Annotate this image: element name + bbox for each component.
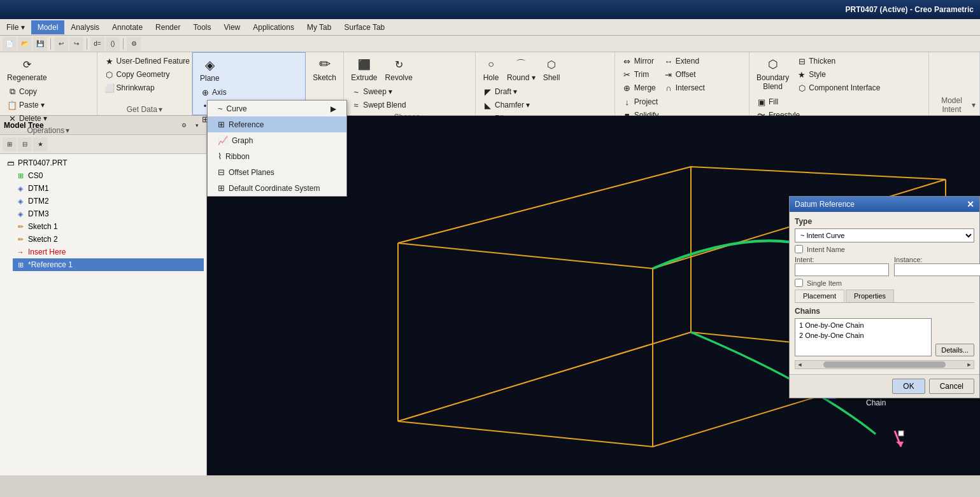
draft-btn[interactable]: ◤ Draft ▾ [479, 85, 533, 98]
tree-sketch1[interactable]: ✏ Sketch 1 [13, 220, 204, 233]
extrude-btn[interactable]: ⬛ Extrude [348, 55, 380, 84]
save-btn[interactable]: 💾 [33, 37, 47, 51]
ribbon-group-editing: ⇔ Mirror ✂ Trim ⊕ Merge ↔ Extend [615, 52, 749, 115]
sketch-icon: ✏ [317, 57, 332, 72]
open-btn[interactable]: 📂 [18, 37, 32, 51]
swept-blend-btn[interactable]: ≈ Swept Blend [348, 99, 409, 111]
undo-btn[interactable]: ↩ [54, 37, 68, 51]
dropdown-graph[interactable]: 📈 Graph [208, 132, 346, 148]
project-btn[interactable]: ↓ Project [619, 95, 662, 108]
menu-surfacetab[interactable]: Surface Tab [337, 20, 391, 34]
chain-item-1[interactable]: 1 One-by-One Chain [797, 320, 930, 330]
tree-dtm2[interactable]: ◈ DTM2 [13, 195, 204, 207]
scroll-thumb[interactable] [823, 361, 946, 368]
plane-icon: ◈ [202, 57, 217, 73]
menu-applications[interactable]: Applications [246, 20, 301, 34]
sweep-label: Sweep ▾ [363, 87, 392, 96]
fill-btn[interactable]: ▣ Fill [753, 95, 803, 108]
dropdown-offset-planes[interactable]: ⊟ Offset Planes [208, 164, 346, 180]
tree-tool2[interactable]: ⊟ [18, 137, 32, 151]
dtm1-icon: ◈ [15, 183, 25, 193]
scroll-right[interactable]: ► [965, 361, 974, 368]
style-btn[interactable]: ★ Style [793, 68, 883, 81]
regenerate-btn[interactable]: ⟳ Regenerate [4, 55, 50, 84]
sweep-btn[interactable]: ~ Sweep ▾ [348, 85, 409, 98]
intent-name-checkbox[interactable] [795, 245, 803, 253]
chamfer-icon: ◣ [483, 100, 493, 110]
axis-btn[interactable]: ⊕ Axis [197, 86, 280, 99]
thicken-btn[interactable]: ⊟ Thicken [793, 55, 883, 67]
settings-btn[interactable]: ⚙ [127, 37, 141, 51]
tab-properties[interactable]: Properties [846, 290, 894, 302]
shell-btn[interactable]: ⬡ Shell [540, 55, 564, 84]
boundary-blend-btn[interactable]: ⬡ BoundaryBlend [753, 55, 792, 93]
style-icon: ★ [797, 69, 807, 80]
ok-button[interactable]: OK [892, 379, 925, 394]
menu-mytab[interactable]: My Tab [301, 20, 337, 34]
single-item-checkbox[interactable] [795, 279, 803, 287]
chains-scrollbar[interactable]: ◄ ► [795, 360, 974, 369]
dropdown-curve[interactable]: ~ Curve ▶ [208, 101, 346, 116]
graph-label: Graph [232, 136, 253, 145]
shrinkwrap-btn[interactable]: ⬜ Shrinkwrap [101, 81, 193, 94]
mirror-btn[interactable]: ⇔ Mirror [619, 55, 659, 67]
user-defined-btn[interactable]: ★ User-Defined Feature [101, 55, 193, 67]
hole-btn[interactable]: ○ Hole [479, 55, 502, 84]
menu-file[interactable]: File ▾ [0, 20, 31, 34]
revolve-btn[interactable]: ↻ Revolve [382, 55, 416, 84]
tree-toolbar: ⊞ ⊟ ★ [0, 135, 206, 154]
new-btn[interactable]: 📄 [3, 37, 17, 51]
copy-geometry-btn[interactable]: ⬡ Copy Geometry [101, 68, 193, 81]
menu-render[interactable]: Render [149, 20, 187, 34]
dialog-close-btn[interactable]: ✕ [967, 199, 974, 209]
round-btn[interactable]: ⌒ Round ▾ [504, 55, 539, 84]
ribbon-group-surfaces: ⬡ BoundaryBlend ⊟ Thicken ★ Style ⬡ Comp… [749, 52, 929, 115]
dropdown-default-cs[interactable]: ⊞ Default Coordinate System [208, 180, 346, 196]
menu-analysis[interactable]: Analysis [64, 20, 106, 34]
tree-dtm1[interactable]: ◈ DTM1 [13, 182, 204, 195]
tree-tool3[interactable]: ★ [33, 137, 47, 151]
paste-btn[interactable]: 📋 Paste ▾ [4, 99, 50, 111]
plane-btn[interactable]: ◈ Plane [197, 55, 223, 85]
tree-cs0[interactable]: ⊞ CS0 [13, 169, 204, 182]
chain-item-2[interactable]: 2 One-by-One Chain [797, 330, 930, 340]
intent-input[interactable] [795, 263, 889, 276]
type-select[interactable]: ~ Intent Curve [795, 228, 974, 242]
sketch-label: Sketch [313, 73, 336, 82]
redo-btn[interactable]: ↪ [69, 37, 83, 51]
dropdown-ribbon[interactable]: ⌇ Ribbon [208, 148, 346, 164]
formula-paren[interactable]: () [106, 37, 120, 51]
menu-annotate[interactable]: Annotate [106, 20, 149, 34]
tree-sketch2[interactable]: ✏ Sketch 2 [13, 233, 204, 246]
details-button[interactable]: Details... [935, 344, 974, 356]
copy-btn[interactable]: ⧉ Copy [4, 85, 50, 98]
trim-btn[interactable]: ✂ Trim [619, 68, 659, 81]
instance-input[interactable] [894, 263, 980, 276]
chamfer-label: Chamfer ▾ [495, 101, 530, 109]
dropdown-reference[interactable]: ⊞ Reference [208, 116, 346, 132]
delete-btn[interactable]: ✕ Delete ▾ [4, 112, 50, 125]
sketch-btn[interactable]: ✏ Sketch [309, 55, 339, 84]
offset-btn[interactable]: ⇥ Offset [660, 68, 708, 81]
tree-insert-here[interactable]: → Insert Here [13, 246, 204, 258]
tree-root[interactable]: 🗃 PRT0407.PRT [3, 157, 204, 169]
round-icon: ⌒ [513, 57, 529, 72]
scroll-left[interactable]: ◄ [795, 361, 804, 368]
formula-btn[interactable]: d= [90, 37, 104, 51]
tree-settings-btn[interactable]: ⚙ [178, 120, 190, 131]
extend-btn[interactable]: ↔ Extend [660, 55, 708, 67]
draft-label: Draft ▾ [495, 87, 517, 96]
merge-btn[interactable]: ⊕ Merge [619, 81, 659, 94]
menu-view[interactable]: View [217, 20, 246, 34]
menu-tools[interactable]: Tools [187, 20, 217, 34]
tree-tool1[interactable]: ⊞ [3, 137, 17, 151]
sweep-icon: ~ [351, 87, 361, 97]
component-interface-btn[interactable]: ⬡ Component Interface [793, 81, 883, 94]
intersect-btn[interactable]: ∩ Intersect [660, 81, 708, 94]
cancel-button[interactable]: Cancel [929, 379, 974, 394]
tab-placement[interactable]: Placement [795, 290, 844, 302]
menu-model[interactable]: Model [31, 20, 65, 34]
tree-reference1[interactable]: ⊞ *Reference 1 [13, 258, 204, 271]
chamfer-btn[interactable]: ◣ Chamfer ▾ [479, 99, 533, 111]
tree-dtm3[interactable]: ◈ DTM3 [13, 207, 204, 220]
